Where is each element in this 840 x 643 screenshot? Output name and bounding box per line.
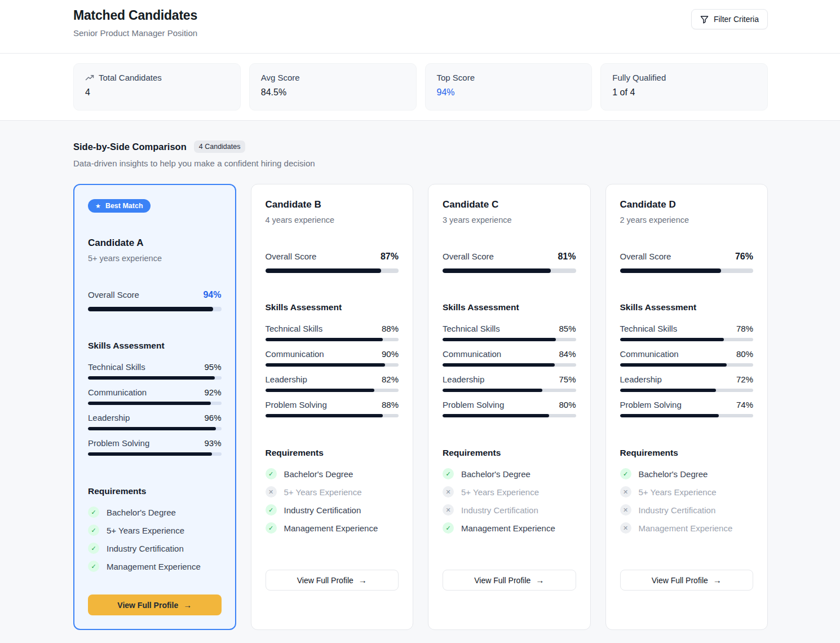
candidate-experience: 2 years experience [620,215,754,224]
overall-score-label: Overall Score [88,290,139,300]
requirement-item: ✓✕ 5+ Years Experience [266,486,399,497]
skill-value: 82% [382,375,399,384]
arrow-right-icon: → [536,576,544,584]
requirement-item: ✓✕ 5+ Years Experience [620,486,754,497]
requirement-label: Management Experience [639,523,733,533]
candidate-card-c: Candidate C 3 years experience Overall S… [428,184,591,630]
skill-value: 88% [382,400,399,409]
view-full-profile-label: View Full Profile [652,576,708,585]
candidate-experience: 4 years experience [266,215,399,224]
skill-bar [266,363,399,367]
skill-bar [443,363,576,367]
skill-value: 92% [204,387,221,397]
comparison-section: Side-by-Side Comparison 4 Candidates Dat… [0,121,840,643]
skill-item: Problem Solving88% [266,400,399,417]
skill-value: 78% [736,324,753,333]
best-match-label: Best Match [105,202,143,210]
skill-label: Problem Solving [443,400,504,409]
requirement-label: Industry Certification [639,505,716,515]
x-icon: ✕ [266,486,277,497]
page-header-text: Matched Candidates Senior Product Manage… [73,8,197,38]
skill-label: Leadership [266,375,307,384]
requirements-title: Requirements [88,486,222,496]
view-full-profile-label: View Full Profile [474,576,530,585]
candidate-card-d: Candidate D 2 years experience Overall S… [605,184,768,630]
view-full-profile-button[interactable]: View Full Profile → [88,594,222,615]
arrow-right-icon: → [713,576,722,584]
stat-label: Fully Qualified [612,73,666,82]
skill-value: 90% [382,349,399,359]
x-icon: ✕ [443,486,454,497]
requirements-title: Requirements [443,448,576,458]
arrow-right-icon: → [359,576,367,584]
view-full-profile-button[interactable]: View Full Profile → [620,570,754,591]
overall-score-label: Overall Score [266,252,317,261]
requirement-item: ✓✕ Industry Certification [88,543,222,554]
filter-criteria-label: Filter Criteria [714,15,759,24]
page-subtitle: Senior Product Manager Position [73,28,197,38]
skill-label: Communication [88,387,147,397]
requirement-label: Management Experience [461,523,555,533]
requirement-item: ✓✕ 5+ Years Experience [443,486,576,497]
requirement-label: Bachelor's Degree [461,469,530,479]
skill-item: Technical Skills85% [443,324,576,341]
overall-score-value: 94% [203,290,221,300]
skill-item: Communication90% [266,349,399,367]
x-icon: ✕ [620,504,631,516]
skill-bar [620,363,754,367]
skill-bar [443,389,576,392]
check-icon: ✓ [88,507,99,518]
skill-bar [620,389,754,392]
requirement-item: ✓✕ Management Experience [443,522,576,534]
requirement-label: Management Experience [284,523,378,533]
star-icon: ★ [95,203,101,209]
skill-item: Technical Skills78% [620,324,754,341]
requirement-label: Bachelor's Degree [639,469,708,479]
skill-value: 80% [559,400,576,409]
skill-bar [88,452,222,456]
skill-item: Communication80% [620,349,754,367]
stat-value: 4 [85,87,229,98]
page-title: Matched Candidates [73,8,197,23]
requirement-item: ✓✕ Management Experience [88,561,222,572]
candidate-name: Candidate C [443,199,576,210]
candidate-experience: 5+ years experience [88,254,222,263]
requirements-title: Requirements [620,448,754,458]
skill-item: Leadership75% [443,375,576,392]
check-icon: ✓ [266,504,277,516]
check-icon: ✓ [266,522,277,534]
candidate-name: Candidate B [266,199,399,210]
requirement-label: Bachelor's Degree [107,508,176,517]
overall-score-bar [266,268,399,273]
skill-label: Communication [620,349,679,359]
requirement-label: Management Experience [107,562,201,571]
skill-label: Leadership [443,375,484,384]
check-icon: ✓ [88,525,99,536]
skill-label: Technical Skills [443,324,500,333]
view-full-profile-button[interactable]: View Full Profile → [266,570,399,591]
requirement-item: ✓✕ 5+ Years Experience [88,525,222,536]
skill-bar [266,338,399,341]
skill-label: Communication [443,349,501,359]
skill-bar [88,376,222,380]
skill-bar [443,338,576,341]
skill-value: 96% [204,413,221,422]
requirement-item: ✓✕ Bachelor's Degree [88,507,222,518]
skill-value: 72% [736,375,753,384]
skill-value: 85% [559,324,576,333]
funnel-icon [700,15,709,24]
candidate-name: Candidate A [88,237,222,249]
skill-bar [620,338,754,341]
stat-card-total-candidates: Total Candidates 4 [73,63,241,111]
x-icon: ✕ [620,522,631,534]
skill-item: Communication92% [88,387,222,405]
requirements-title: Requirements [266,448,399,458]
requirement-label: Industry Certification [107,544,184,553]
view-full-profile-button[interactable]: View Full Profile → [443,570,576,591]
filter-criteria-button[interactable]: Filter Criteria [691,9,768,29]
skill-bar [620,414,754,417]
page-header: Matched Candidates Senior Product Manage… [0,0,840,54]
stat-value: 84.5% [261,87,405,98]
overall-score-bar [443,268,576,273]
overall-score-bar [88,307,222,311]
